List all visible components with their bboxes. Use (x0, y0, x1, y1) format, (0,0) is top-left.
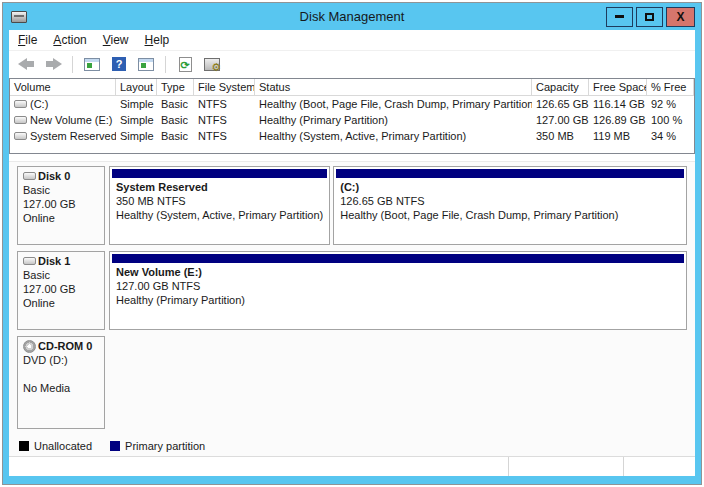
disk-1-row: Disk 1 Basic 127.00 GB Online New Volume… (17, 251, 687, 330)
toolbar: ? ⟳ (9, 51, 695, 77)
refresh-icon: ⟳ (179, 57, 192, 72)
file-system-cell: NTFS (194, 112, 255, 128)
cdrom-drive-letter: DVD (D:) (23, 353, 99, 367)
partition-name: (C:) (340, 180, 680, 194)
column-header-free-space[interactable]: Free Space (589, 79, 647, 95)
menubar: File Action View Help (9, 30, 695, 51)
back-button[interactable] (16, 54, 36, 74)
minimize-button[interactable] (606, 7, 633, 27)
console-tree-button[interactable] (82, 54, 102, 74)
cdrom-0-row: CD-ROM 0 DVD (D:) No Media (17, 336, 687, 429)
column-header-pct-free[interactable]: % Free (647, 79, 694, 95)
partition-status: Healthy (Boot, Page File, Crash Dump, Pr… (340, 208, 680, 222)
free-space-cell: 126.89 GB (589, 112, 647, 128)
column-header-volume[interactable]: Volume (10, 79, 116, 95)
free-space-cell: 116.14 GB (589, 96, 647, 112)
disk-0-partitions: System Reserved 350 MB NTFS Healthy (Sys… (109, 166, 687, 245)
type-cell: Basic (157, 112, 194, 128)
disk-size: 127.00 GB (23, 282, 99, 296)
toolbar-separator (72, 56, 73, 73)
capacity-cell: 350 MB (532, 128, 589, 144)
minimize-icon (615, 15, 624, 18)
disk-management-window: Disk Management X File Action View Help (2, 2, 702, 485)
maximize-button[interactable] (636, 7, 663, 27)
volume-name-cell: (C:) (10, 96, 116, 112)
file-system-cell: NTFS (194, 128, 255, 144)
volume-list: Volume Layout Type File System Status Ca… (9, 78, 695, 154)
rescan-disks-icon (204, 58, 220, 71)
forward-button[interactable] (43, 54, 63, 74)
refresh-button[interactable]: ⟳ (175, 54, 195, 74)
window-content: File Action View Help ? (9, 30, 695, 476)
close-icon: X (676, 11, 684, 23)
disk-icon (23, 257, 36, 265)
disk-1-partitions: New Volume (E:) 127.00 GB NTFS Healthy (… (109, 251, 687, 330)
legend-label: Primary partition (125, 440, 205, 452)
column-header-status[interactable]: Status (255, 79, 532, 95)
column-header-capacity[interactable]: Capacity (532, 79, 589, 95)
capacity-cell: 127.00 GB (532, 112, 589, 128)
unallocated-swatch-icon (19, 441, 29, 451)
statusbar (9, 456, 695, 476)
window-controls: X (606, 7, 695, 27)
pct-free-cell: 100 % (647, 112, 694, 128)
drive-icon (14, 116, 27, 124)
disk-type: Basic (23, 183, 99, 197)
volume-row-e[interactable]: New Volume (E:) Simple Basic NTFS Health… (10, 112, 694, 128)
disk-status: Online (23, 296, 99, 310)
close-button[interactable]: X (666, 7, 695, 27)
status-cell: Healthy (Primary Partition) (255, 112, 532, 128)
partition-size: 127.00 GB NTFS (116, 279, 680, 293)
disk-type: Basic (23, 268, 99, 282)
volume-row-system-reserved[interactable]: System Reserved Simple Basic NTFS Health… (10, 128, 694, 144)
pct-free-cell: 92 % (647, 96, 694, 112)
partition-size: 126.65 GB NTFS (340, 194, 680, 208)
volume-row-c[interactable]: (C:) Simple Basic NTFS Healthy (Boot, Pa… (10, 96, 694, 112)
column-header-file-system[interactable]: File System (194, 79, 255, 95)
disk-status: Online (23, 211, 99, 225)
disk-0-label[interactable]: Disk 0 Basic 127.00 GB Online (17, 166, 105, 245)
partition-size: 350 MB NTFS (116, 194, 323, 208)
cd-rom-icon (23, 340, 36, 353)
drive-icon (14, 100, 27, 108)
legend-primary-partition: Primary partition (110, 440, 205, 452)
cdrom-blank-line (23, 367, 99, 381)
help-button[interactable]: ? (109, 54, 129, 74)
help-icon: ? (112, 57, 126, 71)
volume-list-header: Volume Layout Type File System Status Ca… (10, 79, 694, 96)
layout-cell: Simple (116, 112, 157, 128)
window-title: Disk Management (9, 9, 695, 24)
partition-new-volume-e[interactable]: New Volume (E:) 127.00 GB NTFS Healthy (… (109, 251, 687, 330)
partition-c[interactable]: (C:) 126.65 GB NTFS Healthy (Boot, Page … (333, 166, 687, 245)
cdrom-0-empty-area (109, 336, 687, 429)
disk-1-label[interactable]: Disk 1 Basic 127.00 GB Online (17, 251, 105, 330)
legend-unallocated: Unallocated (19, 440, 92, 452)
disk-size: 127.00 GB (23, 197, 99, 211)
partition-system-reserved[interactable]: System Reserved 350 MB NTFS Healthy (Sys… (109, 166, 330, 245)
primary-partition-bar (336, 169, 684, 178)
disk-0-row: Disk 0 Basic 127.00 GB Online System Res… (17, 166, 687, 245)
legend-label: Unallocated (34, 440, 92, 452)
file-system-cell: NTFS (194, 96, 255, 112)
rescan-disks-button[interactable] (202, 54, 222, 74)
statusbar-section (9, 457, 508, 476)
column-header-type[interactable]: Type (157, 79, 194, 95)
menu-action[interactable]: Action (53, 33, 86, 47)
menu-file[interactable]: File (18, 33, 37, 47)
status-cell: Healthy (Boot, Page File, Crash Dump, Pr… (255, 96, 532, 112)
layout-cell: Simple (116, 128, 157, 144)
menu-help[interactable]: Help (145, 33, 170, 47)
cdrom-0-label[interactable]: CD-ROM 0 DVD (D:) No Media (17, 336, 105, 429)
disk-icon (23, 172, 36, 180)
layout-cell: Simple (116, 96, 157, 112)
volume-name-cell: System Reserved (10, 128, 116, 144)
type-cell: Basic (157, 128, 194, 144)
maximize-icon (645, 13, 654, 21)
partition-status: Healthy (System, Active, Primary Partiti… (116, 208, 323, 222)
legend: Unallocated Primary partition (17, 435, 687, 456)
disk-graphical-view: Disk 0 Basic 127.00 GB Online System Res… (9, 161, 695, 456)
partition-name: System Reserved (116, 180, 323, 194)
column-header-layout[interactable]: Layout (116, 79, 157, 95)
action-pane-button[interactable] (136, 54, 156, 74)
menu-view[interactable]: View (103, 33, 129, 47)
